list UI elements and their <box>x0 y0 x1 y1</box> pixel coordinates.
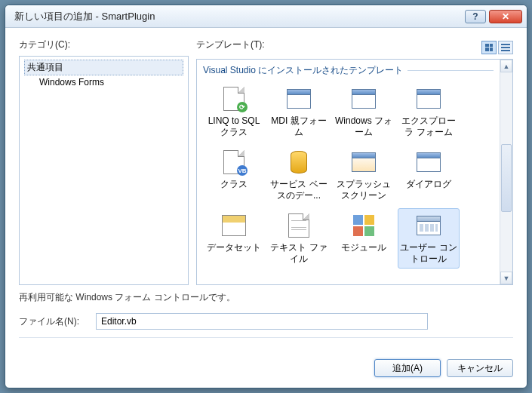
templates-label: テンプレート(T): <box>196 38 265 51</box>
template-item-icon <box>415 212 442 239</box>
divider <box>19 337 513 338</box>
dialog-window: 新しい項目の追加 - SmartPlugin ? ✕ カテゴリ(C): 共通項目… <box>5 5 527 388</box>
template-item[interactable]: データセット <box>203 208 265 269</box>
template-item-icon: ⟳ <box>220 85 248 112</box>
template-item-icon <box>285 85 312 112</box>
footer-buttons: 追加(A) キャンセル <box>19 359 513 377</box>
template-item-label: エクスプローラ フォーム <box>400 115 457 138</box>
template-item[interactable]: MDI 親フォーム <box>268 81 330 142</box>
template-item-label: ユーザー コントロール <box>400 242 457 265</box>
template-item-label: Windows フォーム <box>335 115 392 138</box>
scroll-up-button[interactable]: ▲ <box>500 60 512 72</box>
template-item-label: テキスト ファイル <box>270 242 328 265</box>
template-items: ⟳LINQ to SQL クラスMDI 親フォームWindows フォームエクス… <box>203 81 494 269</box>
template-item-label: MDI 親フォーム <box>270 115 328 138</box>
filename-label: ファイル名(N): <box>19 315 87 328</box>
dialog-body: カテゴリ(C): 共通項目 Windows Forms テンプレート(T): <box>5 28 527 388</box>
template-item[interactable]: ⟳LINQ to SQL クラス <box>203 81 265 142</box>
template-item-label: スプラッシュ スクリーン <box>335 179 392 201</box>
template-item-icon <box>415 149 442 176</box>
template-item[interactable]: Windows フォーム <box>333 81 395 142</box>
templates-listbox[interactable]: Visual Studio にインストールされたテンプレート ⟳LINQ to … <box>196 59 513 285</box>
filename-input[interactable] <box>96 313 428 330</box>
view-large-icons-button[interactable] <box>481 41 497 54</box>
category-item-common[interactable]: 共通項目 <box>24 60 183 75</box>
template-item-icon <box>285 149 312 176</box>
scroll-track[interactable] <box>500 72 512 272</box>
filename-row: ファイル名(N): <box>19 313 513 330</box>
titlebar: 新しい項目の追加 - SmartPlugin ? ✕ <box>5 5 527 28</box>
window-title: 新しい項目の追加 - SmartPlugin <box>14 10 465 23</box>
template-panel: テンプレート(T): Visual Studio にインストールされたテンプレー… <box>196 38 513 285</box>
category-item-winforms[interactable]: Windows Forms <box>24 75 183 89</box>
template-item[interactable]: エクスプローラ フォーム <box>398 81 460 142</box>
close-button[interactable]: ✕ <box>489 10 522 23</box>
template-item[interactable]: サービス ベースのデー... <box>268 145 330 205</box>
template-item[interactable]: ダイアログ <box>398 145 460 205</box>
template-header: テンプレート(T): <box>196 38 513 56</box>
template-item-icon <box>415 85 442 112</box>
template-group-header: Visual Studio にインストールされたテンプレート <box>203 64 494 77</box>
template-item-icon: VB <box>220 149 248 176</box>
templates-scroll: Visual Studio にインストールされたテンプレート ⟳LINQ to … <box>197 60 500 284</box>
template-item-icon <box>285 212 312 239</box>
template-item[interactable]: テキスト ファイル <box>268 208 330 269</box>
template-item-icon <box>220 212 248 239</box>
template-item-icon <box>350 149 377 176</box>
titlebar-buttons: ? ✕ <box>465 10 522 23</box>
category-panel: カテゴリ(C): 共通項目 Windows Forms <box>19 38 189 285</box>
cancel-button[interactable]: キャンセル <box>447 359 513 377</box>
template-item-label: ダイアログ <box>406 179 451 190</box>
template-item-label: サービス ベースのデー... <box>270 179 328 201</box>
scroll-thumb[interactable] <box>501 144 512 212</box>
main-split: カテゴリ(C): 共通項目 Windows Forms テンプレート(T): <box>19 38 513 285</box>
template-item[interactable]: ユーザー コントロール <box>398 208 460 269</box>
scroll-down-button[interactable]: ▼ <box>500 272 512 284</box>
template-item-label: モジュール <box>341 242 386 253</box>
template-item-label: データセット <box>207 242 261 253</box>
template-item-label: クラス <box>220 179 248 190</box>
add-button[interactable]: 追加(A) <box>374 359 441 377</box>
category-tree[interactable]: 共通項目 Windows Forms <box>19 56 189 285</box>
template-group-label: Visual Studio にインストールされたテンプレート <box>203 64 403 77</box>
help-button[interactable]: ? <box>465 10 486 23</box>
view-small-icons-button[interactable] <box>498 41 513 54</box>
vertical-scrollbar[interactable]: ▲ ▼ <box>500 60 512 284</box>
divider <box>407 70 494 71</box>
template-item[interactable]: スプラッシュ スクリーン <box>333 145 395 205</box>
template-item[interactable]: モジュール <box>333 208 395 269</box>
template-item-label: LINQ to SQL クラス <box>205 115 263 138</box>
category-label: カテゴリ(C): <box>19 38 189 51</box>
template-item-icon <box>350 85 377 112</box>
view-mode-buttons <box>481 41 513 54</box>
template-item[interactable]: VBクラス <box>203 145 265 205</box>
template-item-icon <box>350 212 377 239</box>
template-description: 再利用可能な Windows フォーム コントロールです。 <box>19 291 513 304</box>
